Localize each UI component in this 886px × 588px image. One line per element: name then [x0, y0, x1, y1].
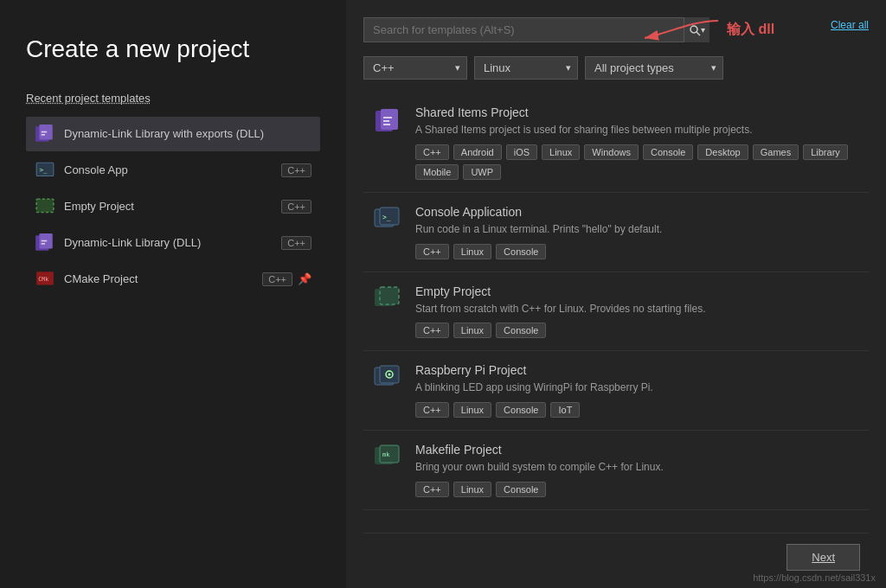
tag: Console: [643, 144, 693, 160]
result-title-raspberry: Raspberry Pi Project: [415, 363, 860, 377]
result-desc-raspberry: A blinking LED app using WiringPi for Ra…: [415, 380, 860, 395]
tag: Windows: [584, 144, 639, 160]
raspberry-result-icon: [372, 363, 403, 394]
tag: Console: [496, 244, 546, 259]
template-item-name-cmake: CMake Project: [64, 272, 257, 285]
search-section: ▾ 输入 dll Clear all: [363, 17, 869, 42]
template-item-badge-empty: C++: [281, 200, 311, 214]
results-list: Shared Items Project A Shared Items proj…: [363, 93, 869, 526]
tag: Android: [453, 144, 502, 160]
tag: C++: [415, 144, 449, 160]
template-item-badge-console: C++: [281, 163, 311, 177]
tag: Games: [753, 144, 799, 160]
template-item-name-dll-exports: Dynamic-Link Library with exports (DLL): [64, 127, 311, 140]
dll-icon: [35, 233, 55, 253]
language-filter[interactable]: C++ C# Python: [363, 56, 467, 80]
tag: C++: [415, 244, 449, 259]
result-content-makefile: Makefile Project Bring your own build sy…: [415, 443, 860, 497]
cmake-icon: CMk: [35, 269, 55, 290]
template-item-console-app[interactable]: >_ Console App C++: [26, 153, 320, 188]
empty-project-icon: [35, 196, 55, 217]
tag: iOS: [506, 144, 537, 160]
svg-rect-10: [42, 240, 48, 241]
language-filter-wrap: C++ C# Python: [363, 56, 467, 80]
tag: Console: [496, 482, 546, 497]
empty-result-icon: [372, 284, 403, 316]
svg-rect-21: [383, 124, 390, 125]
result-content-console: Console Application Run code in a Linux …: [415, 205, 860, 259]
result-item-empty[interactable]: Empty Project Start from scratch with C+…: [363, 272, 869, 352]
tag: C++: [415, 402, 449, 418]
bottom-bar: Next: [363, 533, 869, 571]
result-title-empty: Empty Project: [415, 284, 860, 298]
result-title-makefile: Makefile Project: [415, 443, 860, 457]
project-type-filter[interactable]: All project types Console Library Mobile…: [585, 56, 723, 80]
template-item-name-dll: Dynamic-Link Library (DLL): [64, 236, 276, 249]
template-item-name-console: Console App: [64, 163, 276, 176]
tag: IoT: [550, 402, 580, 418]
tag: Linux: [453, 402, 491, 418]
template-item-cmake[interactable]: CMk CMake Project C++ 📌: [26, 262, 320, 297]
svg-rect-26: [380, 287, 399, 304]
svg-point-14: [690, 26, 697, 33]
recent-label: Recent project templates: [26, 92, 320, 105]
tag: Linux: [453, 482, 491, 497]
tag: Desktop: [697, 144, 748, 160]
dll-exports-icon: [35, 124, 55, 144]
tags-row-console: C++ Linux Console: [415, 244, 860, 259]
tag: Linux: [453, 244, 491, 259]
svg-rect-3: [42, 134, 45, 136]
svg-text:mk: mk: [382, 451, 390, 458]
result-desc-console: Run code in a Linux terminal. Prints "he…: [415, 222, 860, 237]
result-desc-empty: Start from scratch with C++ for Linux. P…: [415, 302, 860, 316]
page-title: Create a new project: [26, 35, 320, 64]
template-item-dll-exports[interactable]: Dynamic-Link Library with exports (DLL): [26, 117, 320, 151]
pin-icon: 📌: [298, 272, 311, 285]
svg-rect-19: [383, 117, 392, 118]
template-item-empty[interactable]: Empty Project C++: [26, 189, 320, 224]
right-panel: ▾ 输入 dll Clear all: [346, 0, 886, 588]
svg-rect-18: [381, 109, 398, 130]
tags-row-shared: C++ Android iOS Linux Windows Console De…: [415, 144, 860, 180]
platform-filter-wrap: Linux Windows macOS Android iOS: [474, 56, 578, 80]
svg-line-15: [697, 32, 700, 35]
tag: Mobile: [415, 164, 459, 180]
search-button[interactable]: ▾: [684, 17, 709, 42]
console-app-result-icon: >_: [372, 205, 403, 236]
template-item-badge-cmake: C++: [262, 272, 292, 286]
tags-row-makefile: C++ Linux Console: [415, 482, 860, 497]
svg-rect-2: [42, 131, 48, 132]
result-item-makefile[interactable]: mk Makefile Project Bring your own build…: [363, 431, 869, 510]
template-item-badge-dll: C++: [281, 236, 311, 250]
tag: C++: [415, 482, 449, 497]
svg-rect-11: [42, 243, 45, 245]
svg-rect-20: [383, 120, 389, 122]
result-item-console[interactable]: >_ Console Application Run code in a Lin…: [363, 193, 869, 272]
result-desc-makefile: Bring your own build system to compile C…: [415, 460, 860, 475]
search-input[interactable]: [363, 17, 709, 42]
annotation-text: 输入 dll: [727, 21, 774, 39]
clear-all-button[interactable]: Clear all: [831, 19, 869, 31]
footer-url: https://blog.csdn.net/sail331x: [753, 572, 876, 583]
svg-text:>_: >_: [39, 166, 48, 174]
template-item-dll[interactable]: Dynamic-Link Library (DLL) C++: [26, 226, 320, 260]
result-content-shared: Shared Items Project A Shared Items proj…: [415, 105, 860, 180]
result-item-shared-items[interactable]: Shared Items Project A Shared Items proj…: [363, 93, 869, 193]
result-content-empty: Empty Project Start from scratch with C+…: [415, 284, 860, 339]
svg-text:>_: >_: [382, 214, 391, 221]
platform-filter[interactable]: Linux Windows macOS Android iOS: [474, 56, 578, 80]
result-item-raspberry[interactable]: Raspberry Pi Project A blinking LED app …: [363, 351, 869, 431]
console-app-icon: >_: [35, 160, 55, 181]
search-icon: [689, 24, 701, 36]
filters-row: C++ C# Python Linux Windows macOS Androi…: [363, 56, 869, 80]
tag: Linux: [453, 323, 491, 338]
project-type-filter-wrap: All project types Console Library Mobile…: [585, 56, 723, 80]
svg-rect-6: [36, 199, 54, 212]
next-button[interactable]: Next: [786, 544, 860, 571]
tag: C++: [415, 323, 449, 338]
template-item-name-empty: Empty Project: [64, 200, 276, 213]
template-list: Dynamic-Link Library with exports (DLL) …: [26, 117, 320, 297]
tags-row-empty: C++ Linux Console: [415, 323, 860, 338]
search-input-wrap: ▾: [363, 17, 709, 42]
tag: Console: [496, 402, 546, 418]
